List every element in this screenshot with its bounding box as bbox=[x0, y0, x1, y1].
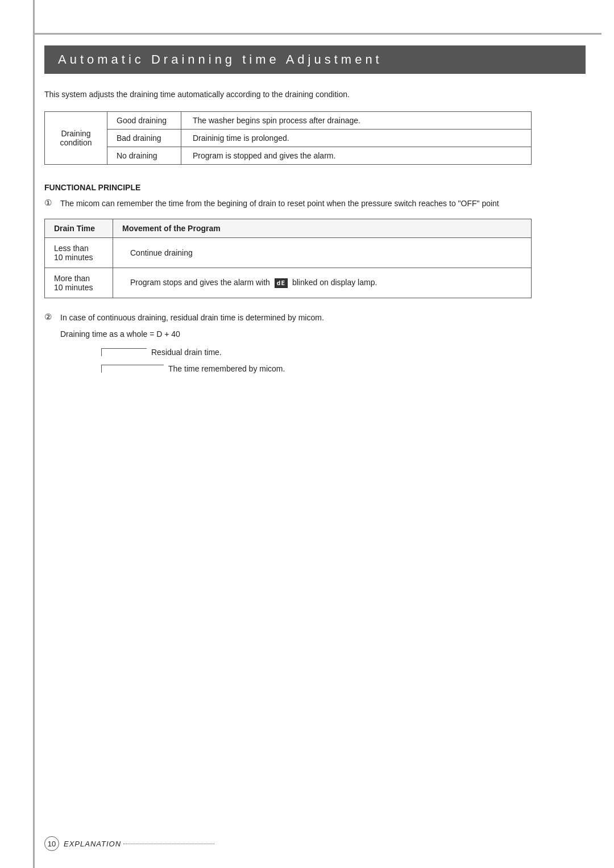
time-more-label: More than bbox=[54, 274, 90, 283]
footer-label: EXPLANATION bbox=[64, 840, 121, 848]
continuous-section: ② In case of continuous draining, residu… bbox=[44, 312, 586, 376]
page-number: 10 bbox=[44, 836, 59, 851]
table-row: Less than 10 minutes Continue draining bbox=[45, 238, 532, 268]
circle-num-2: ② bbox=[44, 312, 56, 322]
residual-line-2: The time remembered by micom. bbox=[101, 361, 586, 377]
condition-none: No draining bbox=[107, 147, 181, 165]
draining-condition-label: Drainingcondition bbox=[45, 112, 107, 165]
movement-continue: Continue draining bbox=[113, 238, 532, 268]
table-row: More than 10 minutes Program stops and g… bbox=[45, 268, 532, 298]
residual-lines: Residual drain time. The time remembered… bbox=[101, 345, 586, 376]
circle-num-1: ① bbox=[44, 198, 56, 208]
footer-dots bbox=[123, 844, 214, 844]
table-row: Drainingcondition Good draining The wash… bbox=[45, 112, 532, 130]
left-border bbox=[33, 0, 35, 868]
page-content: Automatic Drainning time Adjustment This… bbox=[44, 0, 586, 411]
movement-header: Movement of the Program bbox=[113, 219, 532, 238]
principle-text-1: The micom can remember the time from the… bbox=[60, 198, 499, 210]
principle-text-2: In case of continuous draining, residual… bbox=[60, 312, 324, 324]
time-less: Less than 10 minutes bbox=[45, 238, 113, 268]
condition-good: Good draining bbox=[107, 112, 181, 130]
top-border bbox=[33, 33, 601, 35]
micom-label: The time remembered by micom. bbox=[168, 361, 285, 377]
drain-time-header: Drain Time bbox=[45, 219, 113, 238]
functional-principle-heading: FUNCTIONAL PRINCIPLE bbox=[44, 183, 586, 192]
movement-prefix: Program stops and gives the alarm with bbox=[130, 278, 270, 287]
table-row: Bad draining Draininig time is prolonged… bbox=[45, 130, 532, 147]
title-bar: Automatic Drainning time Adjustment bbox=[44, 45, 586, 74]
display-icon: dE bbox=[275, 278, 288, 288]
page-footer: 10 EXPLANATION bbox=[44, 836, 214, 851]
principle-item-2: ② In case of continuous draining, residu… bbox=[44, 312, 586, 324]
description-none: Program is stopped and gives the alarm. bbox=[181, 147, 532, 165]
principle-item-1: ① The micom can remember the time from t… bbox=[44, 198, 586, 210]
drain-formula: Draining time as a whole = D + 40 bbox=[60, 327, 586, 341]
table-header-row: Drain Time Movement of the Program bbox=[45, 219, 532, 238]
condition-bad: Bad draining bbox=[107, 130, 181, 147]
movement-stop: Program stops and gives the alarm with d… bbox=[113, 268, 532, 298]
page-title: Automatic Drainning time Adjustment bbox=[58, 52, 383, 66]
description-bad: Draininig time is prolonged. bbox=[181, 130, 532, 147]
intro-text: This system adjusts the draining time au… bbox=[44, 90, 586, 99]
description-good: The washer begins spin process after dra… bbox=[181, 112, 532, 130]
table-row: No draining Program is stopped and gives… bbox=[45, 147, 532, 165]
time-more: More than 10 minutes bbox=[45, 268, 113, 298]
drain-time-table: Drain Time Movement of the Program Less … bbox=[44, 219, 532, 298]
movement-suffix: blinked on display lamp. bbox=[292, 278, 377, 287]
residual-label: Residual drain time. bbox=[151, 345, 222, 360]
draining-condition-table: Drainingcondition Good draining The wash… bbox=[44, 111, 532, 165]
time-less-minutes: 10 minutes bbox=[54, 253, 93, 262]
time-less-label: Less than bbox=[54, 244, 89, 253]
residual-line-1: Residual drain time. bbox=[101, 345, 586, 360]
time-more-minutes: 10 minutes bbox=[54, 283, 93, 292]
